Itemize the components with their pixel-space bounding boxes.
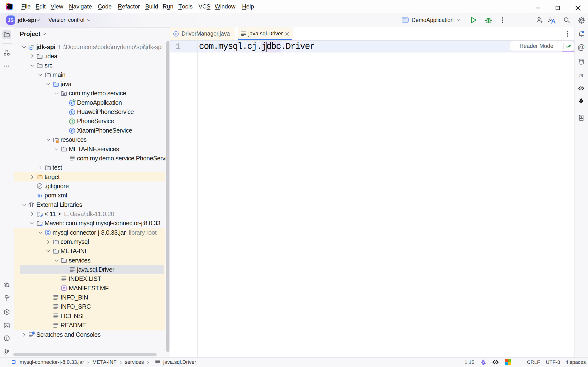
svg-text:m: m: [579, 72, 583, 78]
svg-text:M: M: [63, 287, 65, 290]
svg-text:C: C: [71, 129, 73, 133]
svg-text:C: C: [175, 32, 177, 36]
svg-text:m: m: [37, 192, 42, 199]
svg-text:IJ: IJ: [7, 4, 10, 7]
svg-text:C: C: [71, 110, 73, 114]
svg-text:I: I: [71, 119, 73, 124]
